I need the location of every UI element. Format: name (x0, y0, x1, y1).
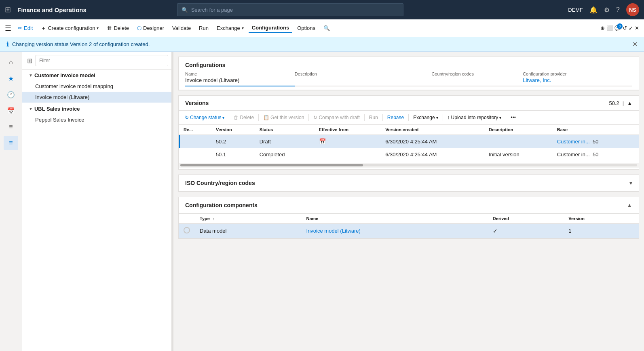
notification-icon[interactable]: 🔔 (589, 6, 598, 14)
row-status: Draft (255, 135, 314, 148)
row-re (179, 148, 211, 161)
options-label: Options (297, 25, 315, 31)
options-button[interactable]: Options (294, 23, 319, 33)
message-icon[interactable]: 💬 0 (614, 25, 621, 31)
version-exchange-button[interactable]: Exchange ▾ (410, 113, 441, 122)
row-effective-from (314, 148, 381, 161)
get-version-label: Get this version (270, 115, 304, 120)
sidebar-home-icon[interactable]: ⌂ (4, 55, 18, 69)
refresh-icon[interactable]: ↺ (623, 25, 627, 31)
version-delete-label: Delete (240, 115, 254, 120)
tree-item-customer-invoice-model[interactable]: ▼ Customer invoice model (22, 70, 171, 81)
tree-item-ubl-sales-invoice[interactable]: ▼ UBL Sales invoice (22, 103, 171, 114)
sidebar-favorites-icon[interactable]: ★ (4, 71, 18, 86)
version-delete-button[interactable]: 🗑 Delete (231, 113, 257, 122)
search-bar[interactable]: 🔍 Search for a page (177, 3, 403, 16)
name-value: Invoice model (Litware) (185, 77, 295, 83)
iso-toggle-icon[interactable]: ▾ (629, 180, 632, 186)
command-bar: ☰ ✏ Edit ＋ Create configuration ▾ 🗑 Dele… (0, 19, 644, 37)
app-title: Finance and Operations (17, 6, 87, 13)
change-status-icon: ↻ (185, 115, 189, 120)
tree-filter-area: ⊞ (22, 52, 171, 70)
sidebar-active-icon[interactable]: ≡ (4, 136, 18, 150)
base-link[interactable]: Customer in... (557, 139, 590, 145)
base-num: 50 (593, 139, 598, 145)
avatar[interactable]: NS (626, 3, 639, 16)
help-icon[interactable]: ? (616, 6, 620, 13)
table-row[interactable]: 50.2 Draft 📅 6/30/2020 4:25:44 AM Custom… (179, 135, 639, 148)
validate-button[interactable]: Validate (169, 23, 194, 33)
components-collapse-header[interactable]: Configuration components ▲ (179, 197, 639, 214)
run-button[interactable]: Run (196, 23, 212, 33)
col-version-created: Version created (380, 125, 484, 135)
filter-icon[interactable]: ⊞ (25, 55, 34, 66)
rebase-button[interactable]: Rebase (384, 113, 407, 122)
tree-item-peppol-sales-invoice[interactable]: Peppol Sales Invoice (22, 114, 171, 125)
run-label: Run (199, 25, 209, 31)
row-version: 50.1 (211, 148, 255, 161)
designer-icon: ⬡ (137, 25, 141, 31)
iso-section: ISO Country/region codes ▾ (178, 174, 639, 192)
get-this-version-button[interactable]: 📋 Get this version (260, 113, 307, 122)
edit-button[interactable]: ✏ Edit (15, 23, 36, 33)
caret-icon: ▼ (29, 73, 33, 78)
upload-repo-button[interactable]: ↑ Upload into repository ▾ (445, 113, 505, 122)
close-icon[interactable]: ✕ (635, 25, 639, 31)
bookmark-icon[interactable]: ⬜ (606, 25, 613, 31)
sidebar-modules-icon[interactable]: ≡ (4, 120, 18, 134)
info-close-button[interactable]: ✕ (632, 40, 638, 48)
waffle-icon[interactable]: ⊞ (5, 5, 11, 14)
create-config-button[interactable]: ＋ Create configuration ▾ (38, 23, 102, 34)
scrollbar-thumb[interactable] (180, 164, 363, 166)
upload-label: Upload into repository (451, 115, 498, 120)
designer-button[interactable]: ⬡ Designer (134, 23, 167, 33)
versions-card: Versions 50.2 | ▲ ↻ Change status ▾ 🗑 De… (178, 95, 639, 170)
configurations-tab[interactable]: Configurations (249, 23, 292, 33)
main-layout: ⌂ ★ 🕐 📅 ≡ ≡ ⊞ ▼ Customer invoice model C… (0, 52, 644, 351)
delete-label: Delete (114, 25, 129, 31)
tree-item-invoice-model-litware[interactable]: Invoice model (Litware) (22, 92, 171, 103)
caret-icon: ▼ (29, 107, 33, 111)
search-cmd-button[interactable]: 🔍 (320, 23, 333, 33)
version-run-button[interactable]: Run (366, 113, 381, 122)
more-options-button[interactable]: ••• (508, 113, 519, 122)
table-row[interactable]: Data model Invoice model (Litware) ✓ 1 (179, 224, 639, 238)
open-new-icon[interactable]: ⤢ (629, 25, 633, 31)
delete-button[interactable]: 🗑 Delete (103, 23, 132, 33)
toolbar-divider5 (382, 114, 383, 121)
exchange-button[interactable]: Exchange ▾ (213, 23, 247, 33)
toolbar-divider1 (229, 114, 229, 121)
col-version: Version (211, 125, 255, 135)
iso-collapse-header[interactable]: ISO Country/region codes ▾ (179, 175, 639, 191)
info-bar: ℹ Changing version status Version 2 of c… (0, 37, 644, 52)
component-name-link[interactable]: Invoice model (Litware) (306, 228, 361, 234)
change-status-button[interactable]: ↻ Change status ▾ (182, 113, 227, 122)
personalize-icon[interactable]: ⊕ (600, 25, 605, 31)
provider-value[interactable]: Litware, Inc. (523, 77, 632, 83)
col-radio (179, 214, 195, 224)
tree-item-label: UBL Sales invoice (34, 106, 80, 112)
sidebar-calendar-icon[interactable]: 📅 (4, 103, 18, 118)
versions-toolbar: ↻ Change status ▾ 🗑 Delete 📋 Get this ve… (179, 111, 639, 125)
configurations-section-title: Configurations (185, 62, 632, 68)
tree-item-customer-invoice-mapping[interactable]: Customer invoice model mapping (22, 81, 171, 92)
scrollbar-track[interactable] (180, 164, 637, 166)
calendar-icon[interactable]: 📅 (319, 138, 326, 145)
compare-draft-button[interactable]: ↻ Compare with draft (310, 113, 362, 122)
radio-button[interactable] (184, 227, 190, 233)
version-exchange-label: Exchange (413, 115, 435, 120)
row-version-created: 6/30/2020 4:25:44 AM (380, 135, 484, 148)
nav-collapse-icon[interactable]: ☰ (5, 24, 11, 33)
sidebar-recent-icon[interactable]: 🕐 (4, 87, 18, 102)
sort-icon: ↑ (213, 216, 215, 221)
table-row[interactable]: 50.1 Completed 6/30/2020 4:25:44 AM Init… (179, 148, 639, 161)
components-toggle-icon[interactable]: ▲ (627, 202, 632, 208)
top-bar-right: DEMF 🔔 ⚙ ? NS (568, 3, 639, 16)
base-num: 50 (593, 151, 598, 158)
tree-filter-input[interactable] (36, 55, 168, 66)
config-provider-col: Configuration provider Litware, Inc. (523, 71, 632, 86)
collapse-versions-icon[interactable]: ▲ (627, 100, 632, 106)
settings-icon[interactable]: ⚙ (604, 6, 610, 14)
row-effective-from: 📅 (314, 135, 381, 148)
row-description (484, 135, 552, 148)
